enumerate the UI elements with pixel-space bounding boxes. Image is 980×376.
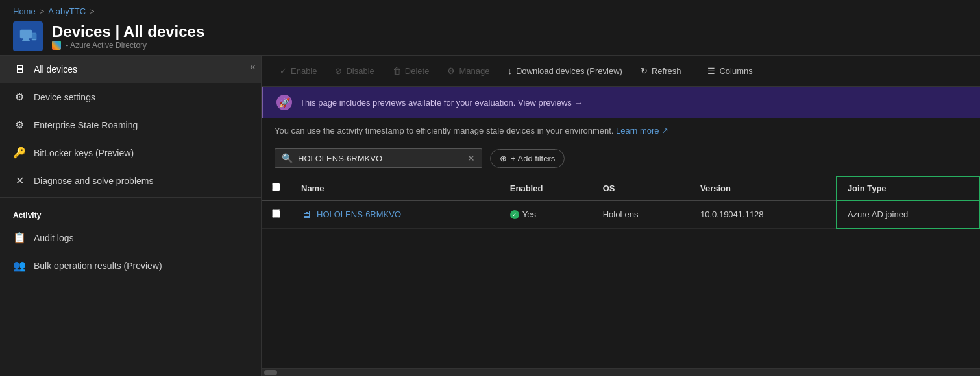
columns-button[interactable]: ☰ Columns (700, 62, 760, 80)
sidebar-item-device-settings-label: Device settings (34, 92, 95, 102)
sidebar-item-bitlocker-keys-label: BitLocker keys (Preview) (34, 148, 134, 158)
page-subtitle: - Azure Active Directory (52, 41, 204, 51)
diagnose-solve-icon: ✕ (13, 174, 26, 187)
disable-circle-icon: ⊘ (335, 66, 342, 76)
svg-rect-1 (23, 38, 29, 40)
enabled-check-icon: ✓ (510, 210, 519, 219)
manage-gear-icon: ⚙ (447, 66, 455, 76)
table-header-row: Name Enabled OS Version Join Type (262, 176, 979, 200)
row-checkbox-cell (262, 200, 291, 228)
svg-rect-0 (20, 30, 32, 38)
row-os-cell: HoloLens (593, 200, 690, 228)
table-row: 🖥 HOLOLENS-6RMKVO ✓ Yes HoloLens (262, 200, 979, 228)
download-arrow-icon: ↓ (508, 66, 512, 76)
table-header-name[interactable]: Name (291, 176, 500, 200)
device-icon: 🖥 (301, 209, 312, 220)
search-input[interactable] (298, 154, 462, 163)
preview-banner: 🚀 This page includes previews available … (262, 87, 980, 118)
audit-logs-icon: 📋 (13, 231, 26, 244)
add-filters-button[interactable]: ⊕ + Add filters (490, 149, 565, 168)
sidebar-item-bitlocker-keys[interactable]: 🔑 BitLocker keys (Preview) (0, 139, 261, 167)
main-layout: « 🖥 All devices ⚙ Device settings ⚙ Ente… (0, 56, 980, 376)
refresh-icon: ↻ (641, 66, 648, 76)
columns-icon: ☰ (707, 66, 715, 76)
search-area: 🔍 ✕ ⊕ + Add filters (262, 143, 980, 176)
page-title: Devices | All devices (52, 23, 204, 41)
device-name-label: HOLOLENS-6RMKVO (317, 209, 401, 219)
sidebar: « 🖥 All devices ⚙ Device settings ⚙ Ente… (0, 56, 262, 376)
table-header-enabled[interactable]: Enabled (500, 176, 593, 200)
sidebar-item-all-devices-label: All devices (34, 64, 77, 75)
os-label: HoloLens (603, 209, 639, 219)
table-header-join-type[interactable]: Join Type (837, 176, 979, 200)
delete-button[interactable]: 🗑 Delete (385, 62, 437, 80)
sidebar-divider (0, 197, 261, 198)
sidebar-item-enterprise-state-roaming-label: Enterprise State Roaming (34, 120, 138, 130)
row-name-cell: 🖥 HOLOLENS-6RMKVO (291, 200, 500, 228)
search-box: 🔍 ✕ (275, 148, 482, 168)
banner-rocket-icon: 🚀 (276, 95, 292, 110)
row-enabled-cell: ✓ Yes (500, 200, 593, 228)
header: Home > A abyTTC > Devices | All devices … (0, 0, 980, 56)
sidebar-section-activity: Activity (0, 200, 261, 224)
search-clear-icon[interactable]: ✕ (467, 153, 475, 163)
scroll-thumb[interactable] (264, 370, 277, 375)
search-icon: 🔍 (282, 153, 293, 163)
table-header-version[interactable]: Version (690, 176, 837, 200)
disable-button[interactable]: ⊘ Disable (327, 62, 382, 80)
enabled-label: Yes (522, 209, 536, 219)
version-label: 10.0.19041.1128 (700, 209, 764, 219)
sidebar-item-diagnose-solve-label: Diagnose and solve problems (34, 176, 153, 186)
table-container: Name Enabled OS Version Join Type (262, 176, 980, 368)
all-devices-icon: 🖥 (13, 64, 26, 75)
learn-more-link[interactable]: Learn more ↗ (616, 126, 668, 135)
sidebar-item-enterprise-state-roaming[interactable]: ⚙ Enterprise State Roaming (0, 111, 261, 139)
device-settings-icon: ⚙ (13, 91, 26, 103)
banner-text: This page includes previews available fo… (300, 98, 582, 108)
select-all-checkbox[interactable] (272, 183, 280, 191)
breadcrumb-home[interactable]: Home (13, 6, 36, 16)
sidebar-item-device-settings[interactable]: ⚙ Device settings (0, 83, 261, 111)
toolbar-separator (694, 64, 694, 79)
breadcrumb-tenant[interactable]: A abyTTC (48, 6, 86, 16)
refresh-button[interactable]: ↻ Refresh (633, 62, 689, 80)
horizontal-scrollbar[interactable] (262, 368, 980, 376)
devices-table: Name Enabled OS Version Join Type (262, 176, 980, 229)
sidebar-item-audit-logs[interactable]: 📋 Audit logs (0, 224, 261, 252)
row-version-cell: 10.0.19041.1128 (690, 200, 837, 228)
enable-check-icon: ✓ (280, 66, 287, 76)
info-text: You can use the activity timestamp to ef… (262, 118, 980, 143)
join-type-label: Azure AD joined (848, 209, 908, 219)
sidebar-item-all-devices[interactable]: 🖥 All devices (0, 56, 261, 83)
page-header: Devices | All devices - Azure Active Dir… (13, 21, 967, 51)
breadcrumb-sep1: > (40, 6, 45, 16)
download-button[interactable]: ↓ Download devices (Preview) (500, 62, 630, 80)
table-header-os[interactable]: OS (593, 176, 690, 200)
page-icon (13, 21, 43, 51)
content-area: ✓ Enable ⊘ Disable 🗑 Delete ⚙ Manage ↓ D… (262, 56, 980, 376)
bulk-operation-icon: 👥 (13, 259, 26, 272)
row-checkbox[interactable] (272, 209, 280, 218)
sidebar-collapse-btn[interactable]: « (250, 61, 256, 73)
devices-icon (19, 27, 37, 45)
device-name[interactable]: 🖥 HOLOLENS-6RMKVO (301, 209, 489, 220)
page-title-group: Devices | All devices - Azure Active Dir… (52, 23, 204, 51)
enabled-badge: ✓ Yes (510, 209, 582, 219)
sidebar-item-bulk-operation-label: Bulk operation results (Preview) (34, 261, 162, 271)
sidebar-item-diagnose-solve[interactable]: ✕ Diagnose and solve problems (0, 167, 261, 194)
delete-trash-icon: 🗑 (393, 66, 401, 76)
enterprise-state-roaming-icon: ⚙ (13, 119, 26, 131)
breadcrumb: Home > A abyTTC > (13, 6, 967, 16)
toolbar: ✓ Enable ⊘ Disable 🗑 Delete ⚙ Manage ↓ D… (262, 56, 980, 87)
manage-button[interactable]: ⚙ Manage (439, 62, 497, 80)
sidebar-item-audit-logs-label: Audit logs (34, 233, 73, 243)
breadcrumb-sep2: > (90, 6, 95, 16)
sidebar-item-bulk-operation[interactable]: 👥 Bulk operation results (Preview) (0, 252, 261, 279)
svg-rect-2 (22, 40, 30, 41)
svg-rect-4 (32, 39, 36, 40)
bitlocker-keys-icon: 🔑 (13, 147, 26, 159)
enable-button[interactable]: ✓ Enable (272, 62, 325, 80)
row-join-type-cell: Azure AD joined (837, 200, 979, 228)
subtitle-icon (52, 41, 61, 50)
table-header-checkbox (262, 176, 291, 200)
